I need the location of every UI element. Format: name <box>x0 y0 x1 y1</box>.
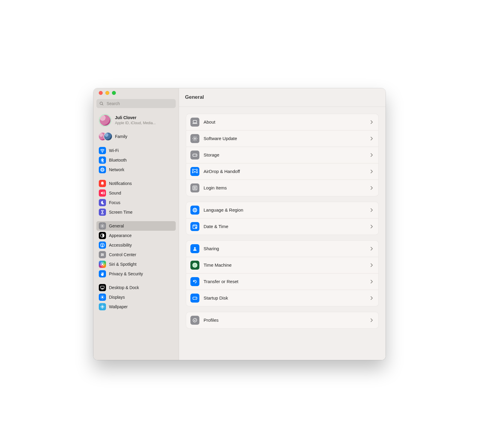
sidebar-item-notifications[interactable]: Notifications <box>96 179 176 188</box>
list-icon <box>190 183 199 192</box>
bell-icon <box>99 180 106 187</box>
sidebar-item-family[interactable]: Family <box>96 131 176 142</box>
sidebar-item-label: Displays <box>109 295 125 300</box>
sliders-icon <box>99 251 106 258</box>
gear-icon <box>99 222 106 230</box>
laptop-icon <box>190 118 199 127</box>
family-avatar-stack <box>99 133 112 140</box>
sidebar-item-label: Control Center <box>109 252 136 257</box>
row-label: Startup Disk <box>204 295 366 300</box>
person-icon <box>190 244 199 253</box>
disk-icon <box>190 151 199 160</box>
settings-window: Juli Clover Apple ID, iCloud, Media... F… <box>93 88 386 360</box>
chevron-right-icon <box>371 247 374 250</box>
settings-row-transfer-or-reset[interactable]: Transfer or Reset <box>186 274 378 290</box>
settings-group: About Software Update Storage AirDrop & … <box>186 114 378 196</box>
sidebar-item-label: Privacy & Security <box>109 271 143 276</box>
sidebar-item-appearance[interactable]: Appearance <box>96 231 176 240</box>
globe-icon <box>99 166 106 173</box>
calendar-icon <box>190 222 199 231</box>
row-label: Storage <box>204 152 366 157</box>
flower-icon <box>99 303 106 310</box>
settings-row-date-time[interactable]: Date & Time <box>186 218 378 235</box>
window-controls <box>93 91 179 99</box>
siri-icon <box>99 261 106 268</box>
settings-group: Profiles <box>186 312 378 328</box>
row-label: Login Items <box>204 185 366 190</box>
settings-row-time-machine[interactable]: Time Machine <box>186 257 378 274</box>
row-label: AirDrop & Handoff <box>204 169 366 174</box>
settings-row-software-update[interactable]: Software Update <box>186 130 378 147</box>
settings-row-language-region[interactable]: Language & Region <box>186 202 378 218</box>
sidebar-item-label: Notifications <box>109 181 132 186</box>
sidebar-item-label: Screen Time <box>109 210 133 215</box>
sidebar-item-bluetooth[interactable]: Bluetooth <box>96 155 176 165</box>
settings-row-startup-disk[interactable]: Startup Disk <box>186 290 378 306</box>
row-label: Software Update <box>204 136 366 141</box>
wifi-icon <box>99 147 106 154</box>
main-panel: General About Software Update Storage Ai… <box>179 88 386 360</box>
page-title: General <box>179 88 386 107</box>
chevron-right-icon <box>371 225 374 228</box>
settings-row-airdrop-handoff[interactable]: AirDrop & Handoff <box>186 163 378 180</box>
sidebar-item-displays[interactable]: Displays <box>96 292 176 302</box>
settings-row-profiles[interactable]: Profiles <box>186 312 378 328</box>
reset-icon <box>190 277 199 286</box>
chevron-right-icon <box>371 263 374 267</box>
sidebar-item-label: Sound <box>109 191 121 195</box>
close-button[interactable] <box>99 91 103 95</box>
settings-row-about[interactable]: About <box>186 114 378 130</box>
sidebar-item-label: Desktop & Dock <box>109 285 139 290</box>
sidebar-item-label: Network <box>109 167 124 172</box>
sidebar-item-control-center[interactable]: Control Center <box>96 250 176 259</box>
row-label: Time Machine <box>204 262 366 268</box>
bluetooth-icon <box>99 157 106 164</box>
gear-icon <box>190 134 199 143</box>
sidebar-item-label: Wi-Fi <box>109 148 119 153</box>
row-label: Profiles <box>204 318 366 323</box>
clock-icon <box>190 261 199 270</box>
sidebar-item-label: Focus <box>109 200 120 205</box>
settings-group: Language & Region Date & Time <box>186 202 378 235</box>
hand-icon <box>99 270 106 277</box>
chevron-right-icon <box>371 137 374 140</box>
maximize-button[interactable] <box>112 91 116 95</box>
account-subtitle: Apple ID, iCloud, Media... <box>115 121 156 125</box>
sidebar-item-siri-spotlight[interactable]: Siri & Spotlight <box>96 259 176 269</box>
sidebar-item-wallpaper[interactable]: Wallpaper <box>96 302 176 312</box>
sidebar-item-accessibility[interactable]: Accessibility <box>96 240 176 250</box>
sun-icon <box>99 294 106 301</box>
chevron-right-icon <box>371 280 374 283</box>
sidebar: Juli Clover Apple ID, iCloud, Media... F… <box>93 88 179 360</box>
sidebar-item-label: General <box>109 224 124 228</box>
settings-row-storage[interactable]: Storage <box>186 147 378 163</box>
contrast-icon <box>99 232 106 239</box>
sidebar-item-label: Accessibility <box>109 243 132 247</box>
sidebar-item-label: Bluetooth <box>109 158 127 163</box>
chevron-right-icon <box>371 186 374 190</box>
sidebar-item-network[interactable]: Network <box>96 165 176 174</box>
row-label: About <box>204 119 366 124</box>
sidebar-item-general[interactable]: General <box>96 221 176 231</box>
hourglass-icon <box>99 209 106 216</box>
row-label: Language & Region <box>204 207 366 212</box>
sidebar-item-sound[interactable]: Sound <box>96 188 176 198</box>
settings-row-login-items[interactable]: Login Items <box>186 180 378 196</box>
chevron-right-icon <box>371 296 374 300</box>
sidebar-account[interactable]: Juli Clover Apple ID, iCloud, Media... <box>96 111 176 130</box>
sidebar-item-privacy-security[interactable]: Privacy & Security <box>96 269 176 279</box>
search-input[interactable] <box>96 99 176 108</box>
sidebar-item-focus[interactable]: Focus <box>96 198 176 207</box>
sidebar-item-label: Family <box>115 134 127 139</box>
search-icon <box>99 101 104 106</box>
row-label: Transfer or Reset <box>204 279 366 284</box>
chevron-right-icon <box>371 120 374 124</box>
sidebar-item-wi-fi[interactable]: Wi-Fi <box>96 146 176 155</box>
settings-row-sharing[interactable]: Sharing <box>186 241 378 257</box>
sidebar-item-desktop-dock[interactable]: Desktop & Dock <box>96 283 176 292</box>
minimize-button[interactable] <box>105 91 109 95</box>
sidebar-item-screen-time[interactable]: Screen Time <box>96 207 176 217</box>
dock-icon <box>99 284 106 291</box>
sidebar-item-label: Siri & Spotlight <box>109 262 137 267</box>
chevron-right-icon <box>371 153 374 157</box>
